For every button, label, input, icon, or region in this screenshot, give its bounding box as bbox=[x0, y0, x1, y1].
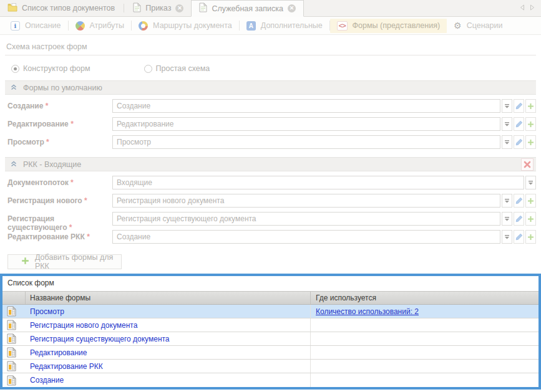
folder-icon bbox=[7, 3, 17, 14]
info-icon: i bbox=[11, 21, 20, 31]
dropdown-button[interactable] bbox=[502, 135, 512, 149]
edit-button[interactable] bbox=[514, 99, 524, 113]
tab-prikaz[interactable]: Приказ ✕ bbox=[125, 0, 191, 16]
table-row[interactable]: Регистрация нового документа bbox=[2, 318, 539, 332]
form-icon bbox=[2, 346, 26, 359]
edit-button[interactable] bbox=[514, 135, 524, 149]
field-row-view: Просмотр * Просмотр bbox=[5, 135, 536, 149]
table-row[interactable]: Просмотр Количество использований: 2 bbox=[2, 305, 539, 318]
scroll-left-icon[interactable] bbox=[520, 4, 525, 12]
section-title: РКК - Входящие bbox=[23, 160, 81, 169]
add-rkk-forms-button[interactable]: Добавить формы для РКК bbox=[7, 254, 122, 269]
docflow-input[interactable]: Входящие bbox=[112, 176, 524, 189]
letter-a-icon: A bbox=[246, 21, 256, 31]
section-title: Формы по умолчанию bbox=[23, 84, 102, 92]
dropdown-button[interactable] bbox=[502, 117, 512, 131]
usage-count-link[interactable]: Количество использований: 2 bbox=[316, 307, 419, 316]
tab-sluzhebnaya-zapiska[interactable]: Служебная записка ✕ bbox=[191, 0, 304, 17]
form-name-link[interactable]: Редактирование РКК bbox=[26, 360, 310, 373]
form-icon bbox=[2, 360, 26, 373]
radio-simple-scheme[interactable]: Простая схема bbox=[144, 64, 210, 73]
field-row-register-existing: Регистрация существующего * Регистрация … bbox=[5, 212, 536, 226]
dropdown-button[interactable] bbox=[502, 194, 512, 208]
tab-label: Список типов документов bbox=[22, 4, 115, 12]
form-icon bbox=[2, 318, 26, 332]
register-existing-input[interactable]: Регистрация существующего документа bbox=[112, 212, 500, 226]
add-button[interactable] bbox=[525, 230, 536, 244]
form-name-link[interactable]: Регистрация нового документа bbox=[26, 318, 310, 332]
plus-icon bbox=[21, 257, 29, 267]
add-button[interactable] bbox=[525, 212, 536, 226]
table-header: Название формы Где используется bbox=[2, 291, 539, 305]
tool-scenarios[interactable]: ⚙ Сценарии bbox=[447, 19, 509, 33]
attributes-pie-icon bbox=[76, 21, 85, 31]
scroll-right-icon[interactable] bbox=[530, 4, 535, 12]
view-form-input[interactable]: Просмотр bbox=[112, 135, 500, 149]
tab-label: Приказ bbox=[145, 4, 171, 12]
tool-additional[interactable]: A Дополнительные bbox=[240, 19, 329, 33]
form-name-link[interactable]: Регистрация существующего документа bbox=[26, 332, 310, 345]
gear-icon: ⚙ bbox=[454, 21, 462, 31]
name-column-header[interactable]: Название формы bbox=[26, 292, 310, 304]
document-icon bbox=[199, 2, 207, 14]
form-scheme-group-label: Схема настроек форм bbox=[5, 41, 536, 55]
code-brackets-icon: <> bbox=[337, 21, 348, 31]
close-icon[interactable]: ✕ bbox=[175, 4, 183, 12]
radio-selected-icon bbox=[11, 65, 19, 73]
table-row[interactable]: Редактирование РКК bbox=[2, 360, 539, 373]
tool-attributes[interactable]: Атрибуты bbox=[69, 19, 132, 33]
collapse-icon[interactable] bbox=[11, 84, 17, 92]
add-button[interactable] bbox=[525, 99, 536, 113]
edit-button[interactable] bbox=[514, 117, 524, 131]
delete-section-button[interactable] bbox=[521, 158, 534, 171]
radio-form-constructor[interactable]: Конструктор форм bbox=[11, 64, 90, 73]
tab-bar: Список типов документов Приказ ✕ Сл bbox=[0, 0, 541, 17]
table-row[interactable]: Редактирование bbox=[2, 346, 539, 360]
edit-button[interactable] bbox=[514, 212, 524, 226]
dropdown-button[interactable] bbox=[525, 176, 536, 189]
forms-list-panel: Список форм Название формы Где используе… bbox=[0, 274, 541, 390]
create-form-input[interactable]: Создание bbox=[112, 99, 500, 113]
edit-form-input[interactable]: Редактирование bbox=[112, 117, 500, 131]
tool-forms-views[interactable]: <> Формы (представления) bbox=[330, 19, 447, 33]
add-button[interactable] bbox=[525, 194, 536, 208]
table-row[interactable]: Создание bbox=[2, 373, 539, 387]
field-row-docflow: Документопоток * Входящие bbox=[5, 176, 536, 189]
section-rkk-incoming: РКК - Входящие bbox=[5, 157, 536, 171]
tab-label: Служебная записка bbox=[212, 4, 283, 13]
add-button[interactable] bbox=[525, 135, 536, 149]
tab-document-types-list[interactable]: Список типов документов bbox=[0, 0, 122, 16]
scheme-radio-group: Конструктор форм Простая схема bbox=[5, 64, 536, 73]
table-row[interactable]: Регистрация существующего документа bbox=[2, 332, 539, 346]
form-icon bbox=[2, 373, 26, 387]
tab-separator bbox=[124, 4, 124, 12]
edit-button[interactable] bbox=[514, 194, 524, 208]
icon-column-header bbox=[2, 292, 26, 304]
tool-description[interactable]: i Описание bbox=[4, 19, 68, 33]
tab-scroll-controls bbox=[520, 0, 541, 16]
form-name-link[interactable]: Просмотр bbox=[26, 305, 310, 318]
document-icon bbox=[133, 2, 141, 14]
form-name-link[interactable]: Создание bbox=[26, 373, 310, 387]
form-icon bbox=[2, 332, 26, 345]
form-name-link[interactable]: Редактирование bbox=[26, 346, 310, 359]
tool-document-routes[interactable]: Маршруты документа bbox=[132, 19, 239, 33]
dropdown-button[interactable] bbox=[502, 212, 512, 226]
radio-unselected-icon bbox=[144, 65, 152, 73]
collapse-icon[interactable] bbox=[11, 160, 17, 169]
dropdown-button[interactable] bbox=[502, 99, 512, 113]
register-new-input[interactable]: Регистрация нового документа bbox=[112, 194, 500, 208]
field-row-register-new: Регистрация нового * Регистрация нового … bbox=[5, 194, 536, 208]
add-button[interactable] bbox=[525, 117, 536, 131]
routes-ring-icon bbox=[139, 21, 148, 31]
close-icon[interactable]: ✕ bbox=[288, 4, 296, 12]
section-toolbar: i Описание Атрибуты Маршруты документа A… bbox=[0, 17, 541, 35]
section-default-forms: Формы по умолчанию bbox=[5, 80, 536, 95]
edit-rkk-input[interactable]: Создание bbox=[112, 230, 500, 244]
edit-button[interactable] bbox=[514, 230, 524, 244]
form-icon bbox=[2, 305, 26, 318]
field-row-edit: Редактирование * Редактирование bbox=[5, 117, 536, 131]
usage-column-header[interactable]: Где используется bbox=[310, 292, 539, 304]
dropdown-button[interactable] bbox=[502, 230, 512, 244]
field-row-edit-rkk: Редактирование РКК * Создание bbox=[5, 230, 536, 244]
